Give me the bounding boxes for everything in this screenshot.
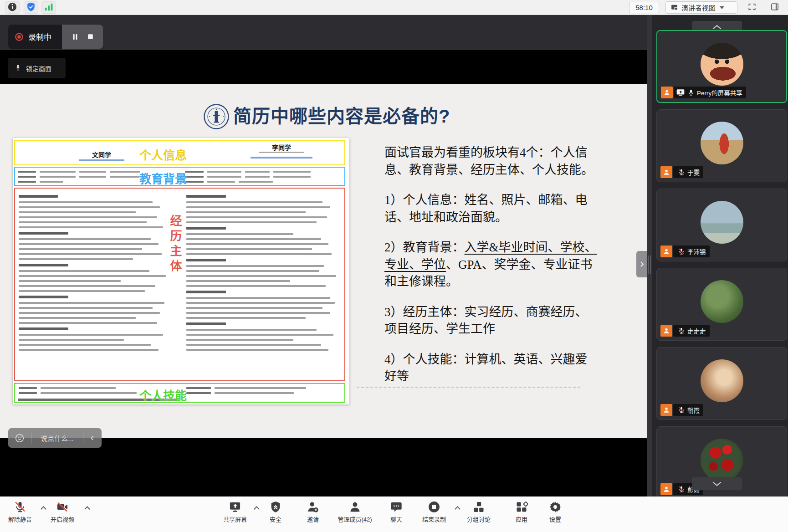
participant-tile[interactable]: 李沛锦 [656,189,787,261]
toolbar-label: 分组讨论 [467,515,491,523]
toolbar-settings-button[interactable]: 设置 [549,501,562,523]
meeting-timer: 58:10 [629,2,659,13]
participant-name: 朝霞 [687,405,700,414]
annotation-personal-info: 个人信息 [139,146,187,163]
resume-contact-line [259,152,304,153]
mic-muted-icon [14,501,26,513]
scroll-down-button[interactable] [692,477,742,490]
mic-icon [678,327,685,334]
participant-name: 于雯 [687,168,700,177]
chevron-up-icon[interactable] [84,506,90,512]
participant-badge: 李沛锦 [660,246,710,257]
toolbar-share-screen-button[interactable]: 共享屏幕 [223,501,247,523]
breakout-icon [472,501,485,513]
resume-contact-line [251,157,312,159]
toolbar-label: 共享屏幕 [223,515,247,523]
avatar [701,439,743,481]
resume-experience-text [186,191,339,377]
annotation-experience: 经历主体 [167,215,184,275]
avatar [701,122,743,164]
participant-badge: 朝霞 [660,404,703,416]
annotation-education: 教育背景 [139,169,187,186]
emoji-button[interactable] [8,433,31,443]
chevron-down-icon [711,481,723,487]
toolbar-security-shield-button[interactable]: 安全 [269,501,282,523]
participant-tile[interactable]: 朝霞 [656,347,787,420]
participant-tile[interactable]: 于雯 [656,109,787,182]
chat-input[interactable]: 说点什么... [31,433,83,443]
toolbar-invite-button[interactable]: 邀请 [307,501,319,523]
toolbar-label: 聊天 [390,515,402,523]
chat-icon [390,501,403,513]
pause-recording-button[interactable] [71,33,79,41]
top-bar: 58:10 演讲者视图 [0,0,788,15]
avatar [701,359,743,402]
lock-view-label: 锁定画面 [26,64,51,73]
toolbar-label: 开启视频 [51,515,74,523]
chevron-up-icon[interactable] [41,506,46,512]
panel-divider[interactable] [647,15,652,496]
name-badge: 走走走 [673,325,710,337]
camera-off-icon [56,501,69,513]
participant-tile[interactable]: 走走走 [656,268,787,341]
share-screen-icon [229,501,241,513]
toolbar-apps-button[interactable]: 应用 [515,501,528,523]
meeting-security-button[interactable] [24,1,38,14]
network-quality-button[interactable] [41,1,56,14]
side-panel-toggle-button[interactable] [767,2,783,13]
toolbar-label: 设置 [549,515,561,523]
participant-name: 走走走 [687,326,706,335]
participant-tile[interactable]: Perry的屏幕共享 [656,30,787,103]
avatar [701,201,743,244]
stop-recording-button[interactable] [87,33,94,41]
presentation-slide: 简历中哪些内容是必备的? 文同学 李同学 个人信息 教育背景 经历主体 个人技能 [0,84,647,438]
participants-panel: Perry的屏幕共享 于雯 [652,15,788,496]
shared-screen-stage: 录制中 锁定画面 [0,15,647,496]
collapse-chat-button[interactable] [83,435,102,441]
chevron-up-icon[interactable] [254,506,260,512]
slide-paragraph: 1）个人信息：姓名、照片、邮箱、电话、地址和政治面貌。 [384,192,599,226]
university-seal-logo [203,103,230,132]
mic-icon [678,248,685,255]
mic-icon [678,486,685,493]
toolbar-chat-button[interactable]: 聊天 [390,501,403,523]
lock-view-button[interactable]: 锁定画面 [8,58,66,78]
divider-drag-handle [648,256,649,274]
meeting-info-button[interactable] [5,1,20,14]
toolbar-members-button[interactable]: 管理成员(42) [338,501,372,523]
recording-controls [62,25,103,49]
recording-bar: 录制中 [8,25,103,49]
record-dot-icon [14,32,24,42]
name-badge: Perry的屏幕共享 [674,87,746,98]
info-icon [7,2,17,14]
toolbar-label: 结束录制 [422,515,446,523]
toolbar-stop-recording-button[interactable]: 结束录制 [422,501,446,523]
chevron-down-icon [720,6,724,9]
toolbar-label: 解除静音 [8,515,32,523]
security-shield-icon [26,2,36,14]
hand-raised-icon [660,325,672,337]
toolbar-mic-muted-button[interactable]: 解除静音 [8,501,32,523]
annotation-skills: 个人技能 [139,386,187,403]
layout-view-icon [670,4,678,11]
participant-name: 李沛锦 [687,247,706,256]
participant-badge: Perry的屏幕共享 [661,87,746,98]
recording-label: 录制中 [28,31,51,42]
chevron-up-icon[interactable] [455,506,461,512]
stop-recording-icon [428,501,440,513]
toolbar-camera-off-button[interactable]: 开启视频 [51,501,74,523]
view-mode-label: 演讲者视图 [681,3,716,12]
fullscreen-button[interactable] [744,2,760,13]
hand-raised-icon [660,404,672,416]
avatar [701,280,743,323]
avatar [701,43,743,86]
participant-name: Perry的屏幕共享 [697,88,742,97]
meeting-window: 58:10 演讲者视图 录制中 [0,0,788,532]
screen-share-icon [676,88,685,97]
pin-icon [14,64,22,72]
participant-badge: 于雯 [660,166,703,178]
slide-dashed-divider [357,387,580,388]
view-mode-button[interactable]: 演讲者视图 [665,1,737,14]
collapse-panel-handle[interactable] [636,251,647,277]
toolbar-breakout-button[interactable]: 分组讨论 [467,501,491,523]
